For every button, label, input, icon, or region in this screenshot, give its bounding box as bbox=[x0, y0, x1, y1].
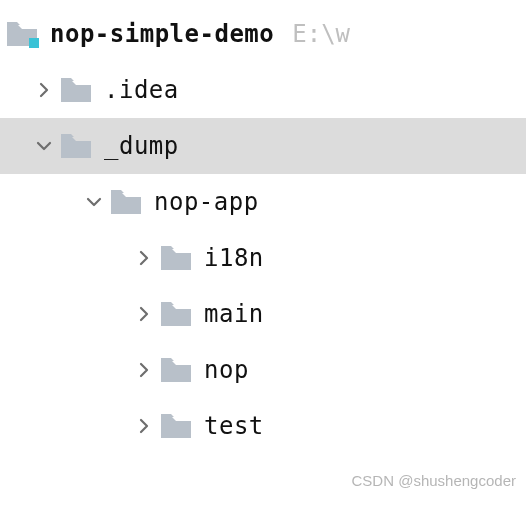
chevron-right-icon[interactable] bbox=[130, 362, 158, 378]
project-tree: nop-simple-demo E:\w .idea _dump nop-app bbox=[0, 0, 526, 454]
tree-label: i18n bbox=[204, 244, 264, 272]
tree-row[interactable]: i18n bbox=[0, 230, 526, 286]
tree-label: .idea bbox=[104, 76, 179, 104]
tree-row[interactable]: nop bbox=[0, 342, 526, 398]
tree-row[interactable]: main bbox=[0, 286, 526, 342]
tree-label: nop-app bbox=[154, 188, 259, 216]
tree-label: test bbox=[204, 412, 264, 440]
chevron-down-icon[interactable] bbox=[80, 194, 108, 210]
folder-icon bbox=[158, 408, 194, 444]
watermark-text: CSDN @shushengcoder bbox=[352, 472, 516, 489]
chevron-right-icon[interactable] bbox=[130, 418, 158, 434]
tree-row-root[interactable]: nop-simple-demo E:\w bbox=[0, 6, 526, 62]
tree-label: _dump bbox=[104, 132, 179, 160]
folder-icon bbox=[158, 352, 194, 388]
chevron-right-icon[interactable] bbox=[30, 82, 58, 98]
tree-root-path-hint: E:\w bbox=[292, 20, 350, 48]
folder-icon bbox=[108, 184, 144, 220]
chevron-down-icon[interactable] bbox=[30, 138, 58, 154]
svg-rect-0 bbox=[29, 38, 39, 48]
tree-label: main bbox=[204, 300, 264, 328]
chevron-right-icon[interactable] bbox=[130, 306, 158, 322]
folder-icon bbox=[158, 240, 194, 276]
tree-row[interactable]: .idea bbox=[0, 62, 526, 118]
tree-label: nop bbox=[204, 356, 249, 384]
folder-icon bbox=[58, 128, 94, 164]
chevron-right-icon[interactable] bbox=[130, 250, 158, 266]
tree-row[interactable]: nop-app bbox=[0, 174, 526, 230]
folder-icon bbox=[4, 16, 40, 52]
tree-row[interactable]: _dump bbox=[0, 118, 526, 174]
folder-icon bbox=[58, 72, 94, 108]
tree-row[interactable]: test bbox=[0, 398, 526, 454]
tree-label-root: nop-simple-demo bbox=[50, 20, 274, 48]
folder-icon bbox=[158, 296, 194, 332]
